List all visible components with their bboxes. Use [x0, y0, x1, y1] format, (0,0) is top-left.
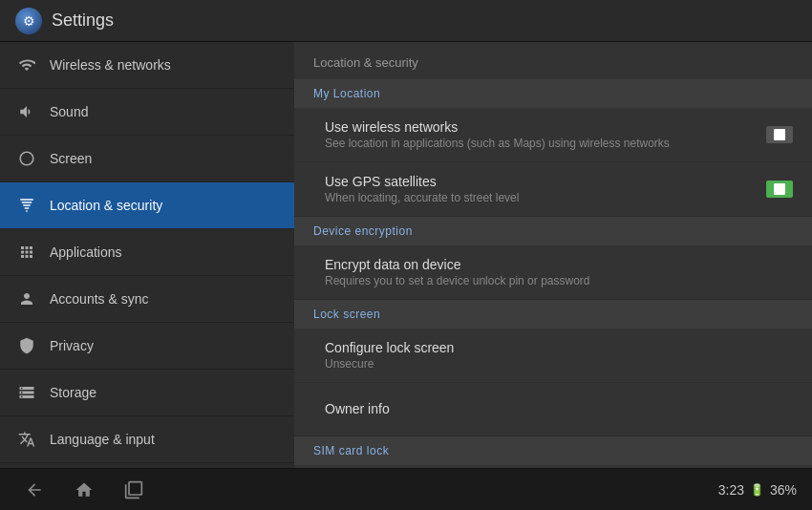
setting-owner-info[interactable]: Owner info	[294, 383, 812, 436]
setting-sim-lock[interactable]: Set up SIM card lock	[294, 465, 812, 468]
sidebar-item-accounts[interactable]: Accounts & sync	[0, 276, 294, 323]
setting-gps[interactable]: Use GPS satellites When locating, accura…	[294, 162, 812, 217]
sidebar-item-wireless-label: Wireless & networks	[50, 57, 171, 73]
location-icon	[15, 194, 38, 217]
app-icon: ⚙	[15, 8, 42, 34]
privacy-icon	[15, 334, 38, 357]
sidebar-item-language[interactable]: Language & input	[0, 416, 294, 463]
screen-icon	[15, 147, 38, 170]
section-header-lock: Lock screen	[294, 300, 812, 329]
applications-icon	[15, 241, 38, 264]
setting-gps-text: Use GPS satellites When locating, accura…	[325, 174, 755, 204]
setting-encrypt-desc: Requires you to set a device unlock pin …	[325, 274, 793, 287]
section-header-my-location: My Location	[294, 79, 812, 108]
content-page-title: Location & security	[294, 42, 812, 79]
setting-wireless-networks[interactable]: Use wireless networks See location in ap…	[294, 108, 812, 162]
setting-owner-info-title: Owner info	[325, 401, 793, 416]
setting-wireless-text: Use wireless networks See location in ap…	[325, 119, 755, 150]
accounts-icon	[15, 287, 38, 310]
sidebar-item-privacy[interactable]: Privacy	[0, 323, 294, 370]
bottom-nav: 3:23 🔋 36%	[0, 468, 812, 510]
setting-encrypt-title: Encrypt data on device	[325, 257, 793, 272]
battery-level: 36%	[770, 482, 797, 498]
gps-toggle-inner	[774, 183, 785, 195]
sidebar-item-sound-label: Sound	[50, 104, 88, 119]
app-title: Settings	[52, 11, 114, 31]
wireless-icon	[15, 53, 38, 76]
sidebar-item-location[interactable]: Location & security	[0, 182, 294, 229]
sidebar-item-applications-label: Applications	[50, 244, 122, 260]
top-bar: ⚙ Settings	[0, 0, 812, 42]
sidebar-item-storage-label: Storage	[50, 385, 96, 400]
setting-configure-lock[interactable]: Configure lock screen Unsecure	[294, 329, 812, 383]
setting-encrypt[interactable]: Encrypt data on device Requires you to s…	[294, 245, 812, 300]
main-layout: Wireless & networks Sound Screen	[0, 42, 812, 468]
time-area: 3:23 🔋 36%	[718, 482, 797, 498]
battery-icon: 🔋	[750, 483, 764, 497]
back-button[interactable]	[15, 475, 53, 505]
wireless-toggle[interactable]	[766, 126, 793, 143]
sidebar-item-screen[interactable]: Screen	[0, 136, 294, 182]
sound-icon	[15, 100, 38, 123]
setting-configure-lock-title: Configure lock screen	[325, 340, 793, 355]
sidebar-item-accessibility[interactable]: Accessibility	[0, 463, 294, 468]
sidebar-item-accounts-label: Accounts & sync	[50, 291, 149, 307]
recent-button[interactable]	[115, 475, 153, 505]
settings-icon: ⚙	[23, 13, 35, 29]
setting-configure-lock-desc: Unsecure	[325, 357, 793, 371]
clock-time: 3:23	[718, 482, 744, 498]
sidebar-item-screen-label: Screen	[50, 151, 92, 166]
setting-wireless-desc: See location in applications (such as Ma…	[325, 137, 755, 150]
sidebar-item-sound[interactable]: Sound	[0, 89, 294, 136]
setting-encrypt-text: Encrypt data on device Requires you to s…	[325, 257, 793, 287]
sidebar-item-wireless[interactable]: Wireless & networks	[0, 42, 294, 89]
storage-icon	[15, 381, 38, 404]
wireless-toggle-inner	[774, 129, 785, 140]
section-header-encryption: Device encryption	[294, 217, 812, 245]
setting-gps-desc: When locating, accurate to street level	[325, 191, 755, 204]
language-icon	[15, 428, 38, 451]
setting-gps-title: Use GPS satellites	[325, 174, 755, 189]
home-button[interactable]	[65, 475, 103, 505]
sidebar-item-storage[interactable]: Storage	[0, 370, 294, 416]
sidebar-item-applications[interactable]: Applications	[0, 229, 294, 276]
setting-owner-info-text: Owner info	[325, 401, 793, 418]
sidebar-item-language-label: Language & input	[50, 432, 155, 447]
sidebar: Wireless & networks Sound Screen	[0, 42, 294, 468]
setting-wireless-title: Use wireless networks	[325, 119, 755, 135]
sidebar-item-location-label: Location & security	[50, 198, 162, 213]
section-header-sim: SIM card lock	[294, 436, 812, 465]
setting-configure-lock-text: Configure lock screen Unsecure	[325, 340, 793, 371]
content-area: Location & security My Location Use wire…	[294, 42, 812, 468]
sidebar-item-privacy-label: Privacy	[50, 338, 94, 353]
gps-toggle[interactable]	[766, 181, 793, 198]
